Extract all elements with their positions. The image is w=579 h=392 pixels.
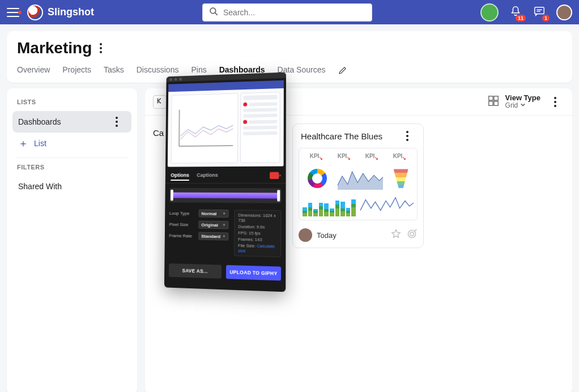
menu-toggle[interactable] bbox=[7, 8, 19, 17]
dashboard-card-healthcare[interactable]: Healthcare The Blues KPI↘ KPI↘ KPI↘ KPI↘ bbox=[292, 123, 424, 248]
kpi-label: KPI↘ bbox=[393, 153, 407, 161]
svg-rect-7 bbox=[494, 96, 498, 100]
upload-to-giphy-button[interactable]: UPLOAD TO GIPHY bbox=[226, 265, 281, 281]
view-type-value: Grid bbox=[505, 102, 518, 109]
collapse-sidebar-button[interactable] bbox=[153, 95, 167, 109]
donut-chart-icon bbox=[308, 169, 327, 188]
notifications-button[interactable]: 11 bbox=[509, 6, 522, 19]
messages-button[interactable]: 1 bbox=[533, 6, 546, 19]
sidebar-item-label: Dashboards bbox=[18, 117, 61, 126]
loop-type-select[interactable]: Normal▼ bbox=[199, 210, 229, 218]
funnel-chart-icon bbox=[394, 169, 408, 188]
meta-dimensions: Dimensions: 1024 x 730 bbox=[238, 212, 277, 223]
main-more-button[interactable] bbox=[554, 97, 564, 107]
card-footer: Today bbox=[293, 225, 423, 248]
brand[interactable]: Slingshot bbox=[27, 5, 94, 20]
capture-tabs: Options Captions bbox=[165, 169, 286, 184]
search-input[interactable] bbox=[223, 8, 366, 17]
preview-chart-area bbox=[171, 93, 239, 163]
card-more-button[interactable] bbox=[406, 131, 416, 141]
capture-meta: Dimensions: 1024 x 730 Duration: 9.6s FP… bbox=[234, 210, 281, 257]
frame-rate-select[interactable]: Standard▼ bbox=[198, 232, 228, 240]
tab-overview[interactable]: Overview bbox=[17, 65, 50, 83]
charts-row-1 bbox=[303, 166, 414, 191]
loop-type-label: Loop Type bbox=[169, 211, 195, 216]
target-icon[interactable] bbox=[406, 228, 418, 242]
page-title: Marketing bbox=[17, 39, 92, 57]
pencil-icon bbox=[338, 68, 348, 77]
meta-fps: FPS: 15 fps bbox=[238, 231, 277, 236]
capture-timeline-slider[interactable] bbox=[169, 188, 281, 203]
sidebar-filter-label: Shared With bbox=[18, 182, 62, 191]
brand-name: Slingshot bbox=[48, 6, 94, 18]
svg-point-11 bbox=[410, 232, 414, 236]
messages-count: 1 bbox=[542, 15, 550, 22]
sidebar-filters-label: FILTERS bbox=[12, 161, 131, 176]
author-avatar[interactable] bbox=[299, 228, 312, 242]
svg-rect-6 bbox=[488, 96, 492, 100]
presence-avatar[interactable] bbox=[480, 3, 499, 22]
save-as-button[interactable]: SAVE AS... bbox=[169, 263, 222, 279]
svg-line-1 bbox=[215, 12, 218, 15]
menu-alert-dot bbox=[18, 11, 22, 14]
plus-icon: ＋ bbox=[18, 138, 28, 148]
capture-form: Loop Type Normal▼ Pixel Size Original▼ F… bbox=[164, 207, 286, 259]
stacked-bars-icon bbox=[303, 197, 356, 216]
capture-tab-options[interactable]: Options bbox=[171, 172, 189, 181]
capture-tab-captions[interactable]: Captions bbox=[197, 172, 218, 181]
svg-rect-8 bbox=[488, 101, 492, 105]
pixel-size-select[interactable]: Original▼ bbox=[198, 221, 228, 229]
svg-line-15 bbox=[179, 110, 180, 146]
tab-tasks[interactable]: Tasks bbox=[104, 65, 124, 83]
view-type-select[interactable]: View Type Grid bbox=[505, 94, 540, 109]
tab-projects[interactable]: Projects bbox=[62, 65, 91, 83]
sidebar-add-list[interactable]: ＋ List bbox=[12, 133, 131, 154]
meta-duration: Duration: 9.6s bbox=[238, 224, 277, 230]
preview-side-panel bbox=[240, 92, 280, 163]
sidebar-filter-shared-with[interactable]: Shared With bbox=[12, 176, 131, 197]
gif-capture-panel[interactable]: Options Captions Loop Type Normal▼ Pixel… bbox=[164, 73, 286, 292]
view-type-label: View Type bbox=[505, 94, 540, 102]
chevron-down-icon bbox=[520, 102, 526, 109]
sidebar-item-dashboards[interactable]: Dashboards bbox=[12, 111, 131, 133]
sidebar-item-more[interactable] bbox=[116, 117, 126, 127]
kpi-row: KPI↘ KPI↘ KPI↘ KPI↘ bbox=[303, 153, 414, 161]
line-chart-icon bbox=[360, 194, 414, 216]
card-title: Healthcare The Blues bbox=[301, 131, 382, 141]
svg-rect-9 bbox=[494, 101, 498, 105]
page-header: Marketing Overview Projects Tasks Discus… bbox=[7, 31, 572, 83]
sidebar-add-label: List bbox=[34, 139, 46, 148]
svg-point-0 bbox=[210, 8, 216, 14]
view-type-controls: View Type Grid bbox=[487, 94, 564, 109]
star-icon[interactable] bbox=[390, 228, 402, 242]
meta-frames: Frames: 143 bbox=[238, 237, 277, 243]
capture-preview bbox=[168, 80, 284, 167]
area-chart-icon bbox=[338, 167, 383, 190]
edit-tabs-button[interactable] bbox=[338, 65, 348, 83]
kpi-label: KPI↘ bbox=[365, 153, 379, 161]
global-search[interactable] bbox=[202, 3, 372, 22]
meta-filesize: File Size: Calculate size bbox=[238, 243, 277, 254]
sidebar-lists-label: LISTS bbox=[12, 96, 131, 111]
sidebar-divider bbox=[16, 157, 128, 158]
brand-logo-icon bbox=[27, 5, 43, 20]
svg-point-10 bbox=[408, 231, 415, 238]
svg-line-12 bbox=[415, 229, 416, 231]
svg-line-16 bbox=[179, 146, 233, 146]
nav-actions: 11 1 bbox=[480, 3, 572, 22]
grid-icon bbox=[487, 95, 500, 109]
pixel-size-label: Pixel Size bbox=[169, 221, 195, 227]
sidebar: LISTS Dashboards ＋ List FILTERS Shared W… bbox=[7, 88, 137, 392]
page-more-button[interactable] bbox=[100, 43, 110, 53]
svg-rect-2 bbox=[535, 7, 544, 14]
user-avatar[interactable] bbox=[556, 5, 572, 20]
page-title-row: Marketing bbox=[17, 39, 562, 57]
partial-card-title-fragment: Ca bbox=[153, 128, 164, 138]
search-icon bbox=[208, 6, 219, 19]
card-preview: KPI↘ KPI↘ KPI↘ KPI↘ bbox=[299, 148, 418, 220]
record-indicator-icon[interactable] bbox=[270, 172, 279, 179]
card-timestamp: Today bbox=[317, 231, 337, 240]
notifications-count: 11 bbox=[516, 15, 526, 22]
tabs: Overview Projects Tasks Discussions Pins… bbox=[17, 65, 562, 83]
capture-buttons: SAVE AS... UPLOAD TO GIPHY bbox=[164, 257, 286, 287]
